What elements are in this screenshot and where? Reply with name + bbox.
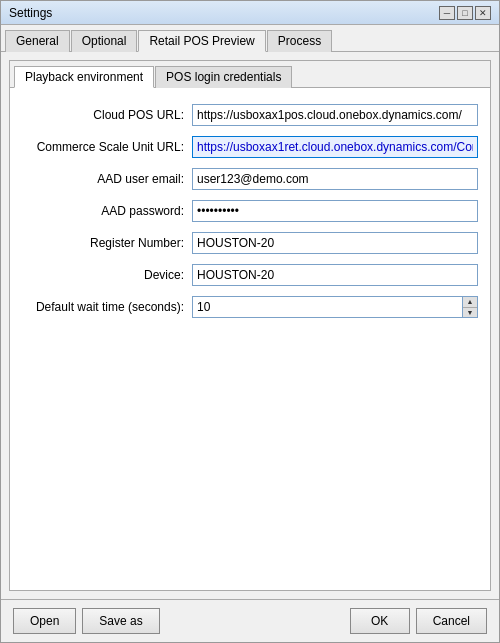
cloud-pos-url-label: Cloud POS URL: [22,108,192,122]
footer: Open Save as OK Cancel [1,599,499,642]
aad-user-email-label: AAD user email: [22,172,192,186]
device-label: Device: [22,268,192,282]
spinner-wrapper: ▲ ▼ [192,296,478,318]
tab-general[interactable]: General [5,30,70,52]
main-tab-bar: General Optional Retail POS Preview Proc… [1,25,499,52]
maximize-button[interactable]: □ [457,6,473,20]
cancel-button[interactable]: Cancel [416,608,487,634]
open-button[interactable]: Open [13,608,76,634]
playback-environment-content: Cloud POS URL: Commerce Scale Unit URL: … [10,88,490,590]
tab-playback-environment[interactable]: Playback environment [14,66,154,88]
register-number-row: Register Number: [22,232,478,254]
register-number-label: Register Number: [22,236,192,250]
spinner-up-button[interactable]: ▲ [463,297,477,308]
cloud-pos-url-input[interactable] [192,104,478,126]
footer-left: Open Save as [13,608,160,634]
aad-password-input[interactable] [192,200,478,222]
aad-user-email-row: AAD user email: [22,168,478,190]
ok-button[interactable]: OK [350,608,410,634]
aad-password-row: AAD password: [22,200,478,222]
title-bar: Settings ─ □ ✕ [1,1,499,25]
inner-tab-bar: Playback environment POS login credentia… [10,61,490,88]
aad-user-email-input[interactable] [192,168,478,190]
commerce-scale-unit-url-label: Commerce Scale Unit URL: [22,140,192,154]
close-button[interactable]: ✕ [475,6,491,20]
save-as-button[interactable]: Save as [82,608,159,634]
inner-panel: Playback environment POS login credentia… [9,60,491,591]
tab-process[interactable]: Process [267,30,332,52]
default-wait-time-label: Default wait time (seconds): [22,300,192,314]
device-row: Device: [22,264,478,286]
cloud-pos-url-row: Cloud POS URL: [22,104,478,126]
window-title: Settings [9,6,52,20]
commerce-scale-unit-url-input[interactable] [192,136,478,158]
default-wait-time-row: Default wait time (seconds): ▲ ▼ [22,296,478,318]
tab-retail-pos-preview[interactable]: Retail POS Preview [138,30,265,52]
minimize-button[interactable]: ─ [439,6,455,20]
spinner-buttons: ▲ ▼ [462,296,478,318]
device-input[interactable] [192,264,478,286]
content-area: Playback environment POS login credentia… [1,52,499,599]
settings-window: Settings ─ □ ✕ General Optional Retail P… [0,0,500,643]
tab-pos-login-credentials[interactable]: POS login credentials [155,66,292,88]
spinner-down-button[interactable]: ▼ [463,308,477,318]
title-bar-controls: ─ □ ✕ [439,6,491,20]
aad-password-label: AAD password: [22,204,192,218]
commerce-scale-unit-url-row: Commerce Scale Unit URL: [22,136,478,158]
footer-right: OK Cancel [350,608,487,634]
default-wait-time-input[interactable] [192,296,462,318]
tab-optional[interactable]: Optional [71,30,138,52]
register-number-input[interactable] [192,232,478,254]
